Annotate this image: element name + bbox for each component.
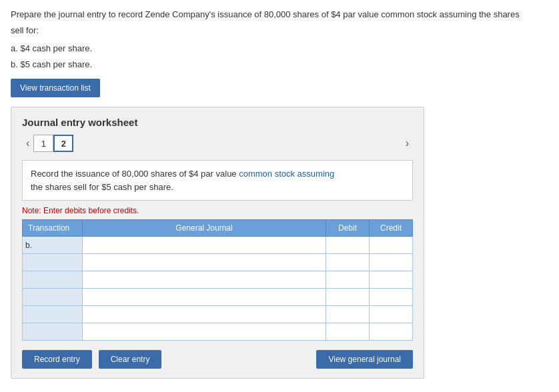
row-credit-cell[interactable] bbox=[370, 289, 413, 306]
row-label bbox=[23, 323, 83, 341]
table-row bbox=[23, 254, 413, 271]
debit-input[interactable] bbox=[329, 273, 366, 287]
tab-navigation: ‹ 1 2 › bbox=[22, 135, 413, 152]
general-journal-input[interactable] bbox=[85, 325, 323, 339]
row-entry-cell[interactable] bbox=[83, 323, 326, 341]
header-general-journal: General Journal bbox=[83, 220, 326, 237]
instruction-blue-text: common stock assuming bbox=[239, 169, 334, 179]
credit-input[interactable] bbox=[372, 325, 410, 339]
row-entry-cell[interactable] bbox=[83, 289, 326, 306]
question-container: Prepare the journal entry to record Zend… bbox=[11, 8, 548, 71]
row-debit-cell[interactable] bbox=[326, 271, 370, 289]
row-debit-cell[interactable] bbox=[326, 306, 370, 323]
credit-input[interactable] bbox=[372, 290, 410, 304]
worksheet-title: Journal entry worksheet bbox=[22, 117, 413, 128]
view-transaction-button[interactable]: View transaction list bbox=[11, 79, 100, 97]
view-general-journal-button[interactable]: View general journal bbox=[316, 350, 413, 369]
credit-input[interactable] bbox=[372, 238, 410, 252]
row-entry-cell[interactable] bbox=[83, 271, 326, 289]
row-label: b. bbox=[23, 237, 83, 254]
row-credit-cell[interactable] bbox=[370, 271, 413, 289]
table-row bbox=[23, 306, 413, 323]
row-debit-cell[interactable] bbox=[326, 237, 370, 254]
tab-1[interactable]: 1 bbox=[33, 135, 53, 152]
general-journal-input[interactable] bbox=[85, 290, 323, 304]
row-credit-cell[interactable] bbox=[370, 254, 413, 271]
note-text: Note: Enter debits before credits. bbox=[22, 206, 413, 215]
journal-table: Transaction General Journal Debit Credit… bbox=[22, 219, 413, 341]
question-line1: Prepare the journal entry to record Zend… bbox=[11, 8, 548, 21]
record-entry-button[interactable]: Record entry bbox=[22, 350, 92, 369]
row-label bbox=[23, 271, 83, 289]
instruction-line2: the shares sell for $5 cash per share. bbox=[31, 181, 404, 194]
debit-input[interactable] bbox=[329, 307, 366, 321]
row-entry-cell[interactable] bbox=[83, 254, 326, 271]
general-journal-input[interactable] bbox=[85, 255, 323, 269]
row-label bbox=[23, 254, 83, 271]
table-row bbox=[23, 289, 413, 306]
table-row bbox=[23, 323, 413, 341]
row-entry-cell[interactable] bbox=[83, 306, 326, 323]
instruction-line1: Record the issuance of 80,000 shares of … bbox=[31, 167, 404, 181]
row-entry-cell[interactable] bbox=[83, 237, 326, 254]
table-row bbox=[23, 271, 413, 289]
instruction-box: Record the issuance of 80,000 shares of … bbox=[22, 160, 413, 201]
row-credit-cell[interactable] bbox=[370, 237, 413, 254]
row-credit-cell[interactable] bbox=[370, 323, 413, 341]
debit-input[interactable] bbox=[329, 255, 366, 269]
question-part-a: a. $4 cash per share. bbox=[11, 42, 548, 55]
row-debit-cell[interactable] bbox=[326, 254, 370, 271]
row-label bbox=[23, 306, 83, 323]
tab-next-arrow[interactable]: › bbox=[402, 137, 413, 150]
bottom-buttons: Record entry Clear entry View general jo… bbox=[22, 350, 413, 369]
debit-input[interactable] bbox=[329, 290, 366, 304]
worksheet-container: Journal entry worksheet ‹ 1 2 › Record t… bbox=[11, 107, 424, 379]
credit-input[interactable] bbox=[372, 273, 410, 287]
row-credit-cell[interactable] bbox=[370, 306, 413, 323]
general-journal-input[interactable] bbox=[85, 273, 323, 287]
header-debit: Debit bbox=[326, 220, 370, 237]
tab-2[interactable]: 2 bbox=[53, 135, 73, 152]
row-debit-cell[interactable] bbox=[326, 289, 370, 306]
question-line2: sell for: bbox=[11, 24, 548, 37]
credit-input[interactable] bbox=[372, 255, 410, 269]
clear-entry-button[interactable]: Clear entry bbox=[99, 350, 162, 369]
debit-input[interactable] bbox=[329, 325, 366, 339]
credit-input[interactable] bbox=[372, 307, 410, 321]
header-transaction: Transaction bbox=[23, 220, 83, 237]
general-journal-input[interactable] bbox=[85, 238, 323, 252]
row-debit-cell[interactable] bbox=[326, 323, 370, 341]
table-row: b. bbox=[23, 237, 413, 254]
row-label bbox=[23, 289, 83, 306]
question-part-b: b. $5 cash per share. bbox=[11, 58, 548, 71]
general-journal-input[interactable] bbox=[85, 307, 323, 321]
debit-input[interactable] bbox=[329, 238, 366, 252]
header-credit: Credit bbox=[370, 220, 413, 237]
tab-prev-arrow[interactable]: ‹ bbox=[22, 137, 33, 150]
